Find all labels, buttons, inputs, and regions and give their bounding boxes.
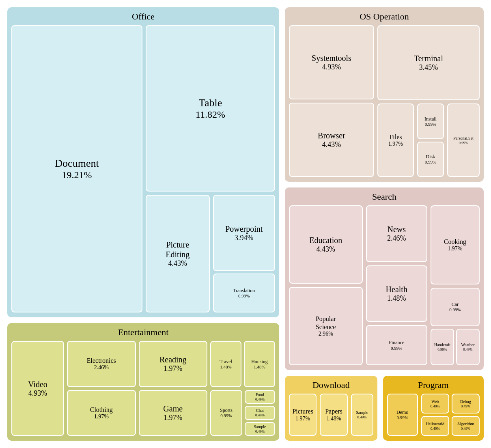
search-mid: News 2.46% Health 1.48% Finance 0.99% [366, 205, 427, 365]
search-cooking-value: 1.97% [448, 246, 462, 252]
download-sample-label: Sample [356, 410, 368, 415]
ent-video-cell: Video 4.93% [11, 341, 64, 436]
ent-sample-value: 0.49% [255, 429, 265, 433]
search-left: Education 4.43% Popular Science 2.96% [289, 205, 363, 365]
ent-sample-cell: Sample 0.49% [245, 422, 275, 436]
search-weather-cell: Weather 0.49% [456, 329, 480, 366]
program-title: Program [387, 380, 480, 390]
search-health-value: 1.48% [387, 294, 406, 303]
os-small-col: Install 0.99% Disk 0.99% [417, 103, 444, 177]
ent-chat-cell: Chat 0.49% [245, 406, 275, 420]
office-picediting-value: 4.43% [168, 259, 187, 268]
ent-sports-label: Sports [220, 407, 233, 413]
ent-right-col: Travel 1.48% Housing 1.48% Sports 0.99% [210, 341, 275, 436]
program-small-col: Web 0.49% Debug 0.49% Helloworld 0 [421, 394, 480, 436]
download-papers-label: Papers [325, 407, 342, 415]
office-right: Table 11.82% Picture Editing 4.43% [146, 25, 275, 312]
ent-electronics-cell: Electronics 2.46% [67, 341, 136, 387]
os-title: OS Operation [289, 11, 480, 22]
ent-travel-cell: Travel 1.48% [210, 341, 241, 387]
ent-travel-value: 1.48% [220, 364, 231, 369]
office-picediting-cell: Picture Editing 4.43% [146, 195, 210, 312]
office-title: Office [11, 11, 275, 22]
ent-reading-col: Reading 1.97% Game 1.97% [139, 341, 208, 436]
ent-food-cell: Food 0.49% [245, 390, 275, 404]
office-powerpoint-cell: Powerpoint 3.94% [213, 195, 276, 271]
search-education-value: 4.43% [317, 245, 336, 254]
ent-electronics-value: 2.46% [94, 364, 109, 371]
office-translation-label: Translation [233, 288, 255, 293]
program-helloworld-cell: Helloworld 0.49% [421, 416, 449, 436]
program-debug-label: Debug [460, 399, 471, 404]
os-install-value: 0.99% [425, 122, 436, 127]
office-translation-cell: Translation 0.99% [213, 274, 276, 312]
office-table-cell: Table 11.82% [146, 25, 275, 192]
search-car-label: Car [452, 302, 459, 307]
left-column: Office Document 19.21% Table 11.82% [7, 7, 279, 441]
ent-video-value: 4.93% [28, 389, 47, 398]
program-web-label: Web [431, 399, 439, 404]
search-right: Cooking 1.97% Car 0.99% Handcraft 0.99% [431, 205, 480, 365]
download-title: Download [289, 380, 373, 390]
search-title: Search [289, 192, 480, 202]
office-document-label: Document [55, 157, 99, 170]
download-pictures-value: 1.97% [295, 416, 310, 422]
os-disk-value: 0.99% [425, 159, 436, 164]
ent-small-col: Food 0.49% Chat 0.49% Sample 0.49% [245, 390, 275, 436]
program-debug-cell: Debug 0.49% [452, 394, 480, 414]
search-cooking-label: Cooking [444, 238, 466, 246]
root-container: Office Document 19.21% Table 11.82% [0, 0, 491, 448]
ent-housing-cell: Housing 1.48% [244, 341, 275, 387]
program-helloworld-value: 0.49% [431, 426, 440, 431]
ent-clothing-label: Clothing [90, 406, 113, 414]
ent-sports-row: Sports 0.99% Food 0.49% Chat 0.49% [210, 390, 275, 436]
search-handcraft-label: Handcraft [434, 342, 450, 347]
os-systemtools-label: Systemtools [312, 53, 351, 63]
bottom-row: Download Pictures 1.97% Papers 1.48% Sam… [285, 376, 484, 441]
office-bottom-row: Picture Editing 4.43% Powerpoint 3.94% T… [146, 195, 275, 312]
search-news-cell: News 2.46% [366, 205, 427, 262]
ent-video-label: Video [28, 379, 47, 389]
office-document-cell: Document 19.21% [11, 25, 142, 312]
entertainment-section: Entertainment Video 4.93% Electronics 2.… [7, 323, 279, 441]
ent-sample-label: Sample [254, 424, 266, 429]
os-personalset-label: Personal.Set [453, 136, 474, 141]
office-section: Office Document 19.21% Table 11.82% [7, 7, 279, 317]
os-files-value: 1.97% [388, 141, 403, 147]
office-translation-value: 0.99% [238, 293, 250, 298]
ent-food-label: Food [256, 392, 264, 397]
ent-reading-label: Reading [159, 355, 187, 364]
program-helloworld-label: Helloworld [426, 422, 445, 426]
program-algorithm-cell: Algorithm 0.49% [452, 416, 480, 436]
office-table-value: 11.82% [196, 109, 225, 120]
os-browser-value: 4.43% [322, 140, 341, 149]
search-car-value: 0.99% [449, 307, 461, 312]
os-terminal-value: 3.45% [419, 63, 438, 72]
search-news-value: 2.46% [387, 234, 406, 243]
ent-electronics-label: Electronics [87, 357, 116, 364]
download-sample-cell: Sample 0.49% [351, 394, 373, 436]
download-pictures-cell: Pictures 1.97% [289, 394, 317, 436]
program-algorithm-label: Algorithm [457, 422, 474, 426]
ent-reading-cell: Reading 1.97% [139, 341, 208, 387]
search-finance-label: Finance [389, 340, 404, 345]
os-files-cell: Files 1.97% [377, 103, 414, 177]
search-handcraft-value: 0.99% [437, 347, 447, 351]
ent-game-value: 1.97% [164, 414, 183, 422]
ent-clothing-value: 1.97% [94, 414, 109, 420]
office-ppt-col: Powerpoint 3.94% Translation 0.99% [213, 195, 276, 312]
download-inner: Pictures 1.97% Papers 1.48% Sample 0.49% [289, 394, 373, 436]
os-terminal-label: Terminal [414, 54, 443, 63]
program-demo-value: 0.99% [396, 415, 408, 420]
os-disk-cell: Disk 0.99% [417, 142, 444, 177]
os-systemtools-cell: Systemtools 4.93% [289, 25, 374, 99]
search-news-label: News [387, 224, 406, 234]
download-papers-value: 1.48% [326, 416, 341, 422]
download-papers-cell: Papers 1.48% [320, 394, 347, 436]
download-section: Download Pictures 1.97% Papers 1.48% Sam… [285, 376, 377, 441]
office-table-label: Table [199, 97, 222, 109]
ent-food-value: 0.49% [255, 397, 265, 401]
os-section: OS Operation Systemtools 4.93% Browser 4… [285, 7, 484, 182]
program-demo-cell: Demo 0.99% [387, 394, 418, 436]
office-document-value: 19.21% [62, 170, 92, 181]
